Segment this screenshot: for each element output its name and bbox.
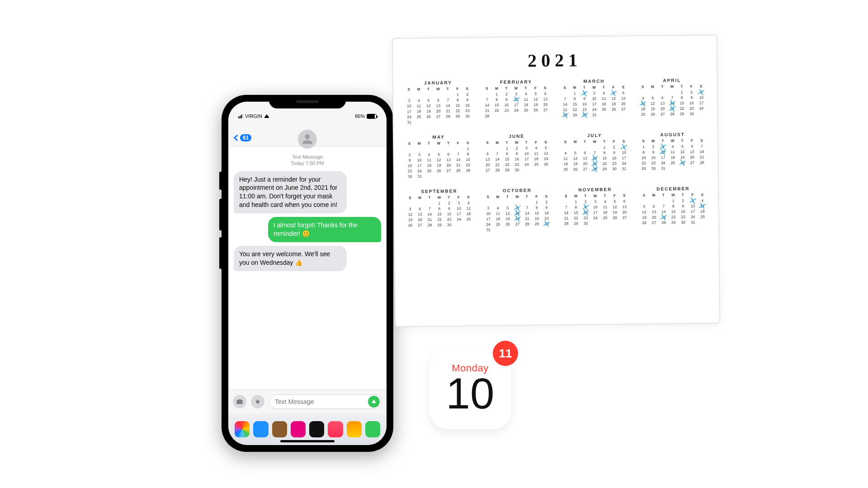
day-cell: 6 xyxy=(619,198,629,204)
day-cell: 25 xyxy=(532,161,542,167)
day-cell: 9 xyxy=(581,204,591,210)
dock-app-7[interactable] xyxy=(347,421,362,437)
week-row: 27282930 xyxy=(483,167,551,173)
day-cell: 7 xyxy=(659,203,669,209)
day-cell: 30 xyxy=(462,113,472,119)
day-cell: 13 xyxy=(687,149,697,155)
day-cell: 2 xyxy=(580,199,590,204)
day-cell: 22 xyxy=(463,162,473,168)
day-cell: 18 xyxy=(561,161,571,167)
day-cell: 31 xyxy=(484,227,494,232)
message-thread[interactable]: Text Message Today 7:00 PM Hey! Just a r… xyxy=(228,146,387,389)
day-cell: 7 xyxy=(560,96,570,102)
day-cell: 2 xyxy=(609,145,619,150)
dock-app-photos[interactable] xyxy=(235,421,250,437)
day-cell: 30 xyxy=(678,220,688,225)
day-cell: 1 xyxy=(599,145,609,150)
day-cell: 16 xyxy=(648,155,658,160)
app-store-button[interactable] xyxy=(251,395,264,408)
day-cell: 9 xyxy=(648,150,658,155)
day-cell: 21 xyxy=(590,161,600,166)
day-cell: 8 xyxy=(434,206,444,211)
day-cell: 20 xyxy=(649,215,659,220)
day-cell: 14 xyxy=(560,102,570,107)
dock-app-8[interactable] xyxy=(365,421,380,437)
day-cell: 27 xyxy=(513,221,523,227)
dock-app-appstore[interactable] xyxy=(253,421,268,437)
dock-app-5[interactable] xyxy=(309,421,324,437)
incoming-message[interactable]: You are very welcome. We'll see you on W… xyxy=(234,246,347,271)
day-cell: 23 xyxy=(405,168,415,174)
day-cell: 20 xyxy=(434,108,443,114)
day-cell: 14 xyxy=(659,209,669,214)
day-cell: 14 xyxy=(482,102,492,108)
day-cell: 9 xyxy=(502,97,512,102)
calendar-app-icon[interactable]: Monday 10 11 xyxy=(429,348,511,429)
day-cell: 2 xyxy=(542,199,552,205)
day-cell: 12 xyxy=(639,209,649,215)
incoming-message[interactable]: Hey! Just a reminder for your appointmen… xyxy=(234,171,347,214)
day-cell: 15 xyxy=(570,101,580,107)
day-cell: 2 xyxy=(678,198,688,203)
day-cell: 25 xyxy=(464,216,474,222)
day-cell: 10 xyxy=(658,149,668,155)
day-cell: 26 xyxy=(503,221,513,227)
dock-app-3[interactable] xyxy=(272,421,287,437)
day-cell: 6 xyxy=(658,95,668,100)
week-row: 31 xyxy=(405,119,473,125)
back-button[interactable]: 61 xyxy=(235,134,251,141)
compose-input-wrap[interactable] xyxy=(269,394,382,409)
send-button[interactable] xyxy=(368,396,380,408)
day-cell: 3 xyxy=(658,144,668,149)
day-cell: 11 xyxy=(424,157,434,163)
day-cell: 7 xyxy=(667,95,677,100)
day-cell: 2 xyxy=(512,145,522,151)
day-cell: 28 xyxy=(561,221,571,226)
day-cell: 9 xyxy=(580,96,590,101)
week-row: 293031 xyxy=(639,165,707,172)
day-cell: 18 xyxy=(531,156,541,161)
day-cell: 14 xyxy=(425,211,435,217)
day-cell: 21 xyxy=(443,108,453,113)
home-indicator[interactable] xyxy=(280,440,335,442)
day-cell: 7 xyxy=(697,144,707,149)
day-cell: 11 xyxy=(561,156,571,161)
day-cell: 3 xyxy=(619,144,629,150)
day-cell: 13 xyxy=(483,156,493,162)
day-cell: 16 xyxy=(542,210,552,216)
day-cell: 26 xyxy=(678,160,688,165)
day-cell: 5 xyxy=(424,98,434,103)
thread-meta: Text Message Today 7:00 PM xyxy=(234,154,381,167)
day-cell: 12 xyxy=(678,149,688,155)
dock-app-4[interactable] xyxy=(291,421,306,437)
day-cell: 30 xyxy=(649,166,659,171)
day-cell: 27 xyxy=(541,107,551,113)
battery-percent: 86% xyxy=(355,113,365,119)
day-cell: 20 xyxy=(541,102,551,107)
day-cell: 3 xyxy=(589,90,599,96)
day-cell: 5 xyxy=(639,204,649,209)
day-cell: 31 xyxy=(590,112,599,117)
day-cell: 29 xyxy=(453,113,463,119)
outgoing-message[interactable]: I almost forgot! Thanks for the reminder… xyxy=(268,217,381,242)
month-name: APRIL xyxy=(638,78,706,84)
dow-row: SMTWTFS xyxy=(404,87,472,92)
day-cell: 11 xyxy=(521,97,531,102)
day-cell: 14 xyxy=(522,211,532,216)
day-cell: 24 xyxy=(590,107,599,112)
camera-button[interactable] xyxy=(233,395,246,408)
day-cell: 22 xyxy=(532,216,542,221)
dow-row: SMTWTFS xyxy=(638,84,706,89)
compose-input[interactable] xyxy=(275,398,368,405)
day-cell: 19 xyxy=(571,161,580,166)
day-cell: 17 xyxy=(511,102,521,108)
day-cell: 6 xyxy=(649,204,659,209)
day-cell: 17 xyxy=(404,108,414,114)
day-cell: 15 xyxy=(532,210,542,216)
day-cell: 5 xyxy=(678,144,688,149)
day-cell: 12 xyxy=(406,211,415,217)
contact-avatar[interactable] xyxy=(298,130,317,149)
dock-app-music[interactable] xyxy=(328,421,343,437)
day-cell: 15 xyxy=(571,210,581,215)
day-cell: 23 xyxy=(580,107,590,112)
